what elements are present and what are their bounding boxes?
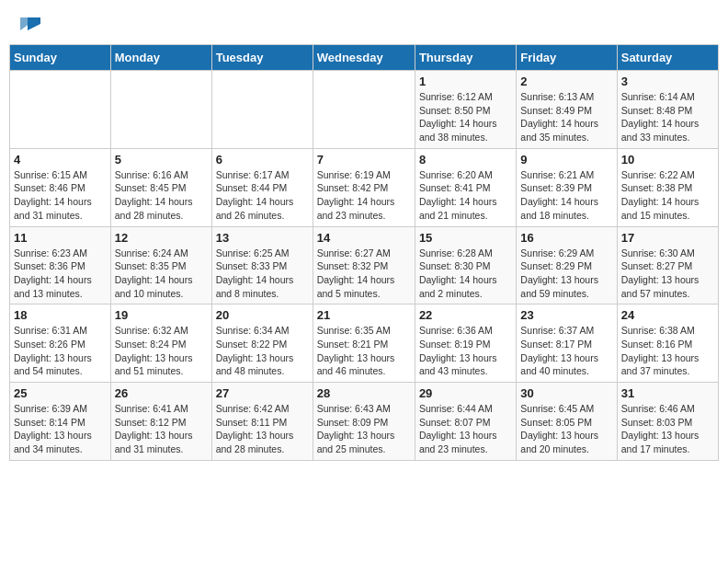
day-number: 10 <box>621 153 714 167</box>
day-number: 6 <box>216 153 309 167</box>
calendar-cell: 2Sunrise: 6:13 AM Sunset: 8:49 PM Daylig… <box>517 71 617 149</box>
day-number: 20 <box>216 308 309 322</box>
calendar-cell <box>110 71 211 149</box>
calendar-cell <box>313 71 415 149</box>
calendar-cell: 4Sunrise: 6:15 AM Sunset: 8:46 PM Daylig… <box>10 148 111 226</box>
calendar-cell: 24Sunrise: 6:38 AM Sunset: 8:16 PM Dayli… <box>617 304 718 383</box>
day-number: 14 <box>317 231 411 245</box>
day-number: 1 <box>419 75 512 88</box>
calendar-cell: 19Sunrise: 6:32 AM Sunset: 8:24 PM Dayli… <box>110 304 211 383</box>
day-info: Sunrise: 6:16 AM Sunset: 8:45 PM Dayligh… <box>115 168 208 223</box>
day-number: 13 <box>216 231 309 245</box>
calendar-week-row: 11Sunrise: 6:23 AM Sunset: 8:36 PM Dayli… <box>10 226 719 304</box>
calendar-cell: 23Sunrise: 6:37 AM Sunset: 8:17 PM Dayli… <box>517 304 617 383</box>
day-number: 12 <box>115 231 208 245</box>
calendar-cell: 14Sunrise: 6:27 AM Sunset: 8:32 PM Dayli… <box>313 226 415 304</box>
calendar-cell: 6Sunrise: 6:17 AM Sunset: 8:44 PM Daylig… <box>211 148 313 226</box>
day-info: Sunrise: 6:12 AM Sunset: 8:50 PM Dayligh… <box>419 90 512 144</box>
day-number: 31 <box>621 386 714 400</box>
day-number: 3 <box>621 75 714 88</box>
day-info: Sunrise: 6:45 AM Sunset: 8:05 PM Dayligh… <box>520 402 612 456</box>
day-number: 25 <box>14 386 107 400</box>
calendar-table: SundayMondayTuesdayWednesdayThursdayFrid… <box>9 44 719 461</box>
day-number: 11 <box>14 231 107 245</box>
calendar-cell: 29Sunrise: 6:44 AM Sunset: 8:07 PM Dayli… <box>415 383 516 461</box>
page-header <box>9 9 719 35</box>
calendar-cell: 16Sunrise: 6:29 AM Sunset: 8:29 PM Dayli… <box>517 226 617 304</box>
day-info: Sunrise: 6:27 AM Sunset: 8:32 PM Dayligh… <box>317 247 411 301</box>
day-info: Sunrise: 6:36 AM Sunset: 8:19 PM Dayligh… <box>419 324 512 378</box>
day-info: Sunrise: 6:29 AM Sunset: 8:29 PM Dayligh… <box>520 247 612 301</box>
day-number: 4 <box>14 153 107 167</box>
calendar-cell: 10Sunrise: 6:22 AM Sunset: 8:38 PM Dayli… <box>617 148 718 226</box>
day-info: Sunrise: 6:42 AM Sunset: 8:11 PM Dayligh… <box>216 402 309 456</box>
day-number: 21 <box>317 308 411 322</box>
day-info: Sunrise: 6:23 AM Sunset: 8:36 PM Dayligh… <box>14 247 107 301</box>
day-info: Sunrise: 6:41 AM Sunset: 8:12 PM Dayligh… <box>115 402 208 456</box>
day-info: Sunrise: 6:17 AM Sunset: 8:44 PM Dayligh… <box>216 168 309 223</box>
day-info: Sunrise: 6:43 AM Sunset: 8:09 PM Dayligh… <box>317 402 411 456</box>
calendar-header-row: SundayMondayTuesdayWednesdayThursdayFrid… <box>10 45 719 71</box>
calendar-cell: 13Sunrise: 6:25 AM Sunset: 8:33 PM Dayli… <box>211 226 313 304</box>
day-number: 22 <box>419 308 512 322</box>
day-info: Sunrise: 6:39 AM Sunset: 8:14 PM Dayligh… <box>14 402 107 456</box>
calendar-cell: 5Sunrise: 6:16 AM Sunset: 8:45 PM Daylig… <box>110 148 211 226</box>
calendar-week-row: 4Sunrise: 6:15 AM Sunset: 8:46 PM Daylig… <box>10 148 719 226</box>
day-number: 23 <box>520 308 612 322</box>
calendar-cell: 21Sunrise: 6:35 AM Sunset: 8:21 PM Dayli… <box>313 304 415 383</box>
calendar-cell: 8Sunrise: 6:20 AM Sunset: 8:41 PM Daylig… <box>415 148 516 226</box>
calendar-cell: 30Sunrise: 6:45 AM Sunset: 8:05 PM Dayli… <box>517 383 617 461</box>
calendar-cell: 26Sunrise: 6:41 AM Sunset: 8:12 PM Dayli… <box>110 383 211 461</box>
day-number: 7 <box>317 153 411 167</box>
calendar-cell: 27Sunrise: 6:42 AM Sunset: 8:11 PM Dayli… <box>211 383 313 461</box>
calendar-cell <box>10 71 111 149</box>
calendar-cell: 9Sunrise: 6:21 AM Sunset: 8:39 PM Daylig… <box>517 148 617 226</box>
day-number: 29 <box>419 386 512 400</box>
day-number: 26 <box>115 386 208 400</box>
day-of-week-header: Wednesday <box>313 45 415 71</box>
day-number: 8 <box>419 153 512 167</box>
day-info: Sunrise: 6:32 AM Sunset: 8:24 PM Dayligh… <box>115 324 208 378</box>
day-info: Sunrise: 6:34 AM Sunset: 8:22 PM Dayligh… <box>216 324 309 378</box>
day-of-week-header: Thursday <box>415 45 516 71</box>
day-info: Sunrise: 6:31 AM Sunset: 8:26 PM Dayligh… <box>14 324 107 378</box>
calendar-cell: 12Sunrise: 6:24 AM Sunset: 8:35 PM Dayli… <box>110 226 211 304</box>
day-of-week-header: Friday <box>517 45 617 71</box>
svg-marker-0 <box>28 17 40 30</box>
calendar-cell: 3Sunrise: 6:14 AM Sunset: 8:48 PM Daylig… <box>617 71 718 149</box>
day-number: 24 <box>621 308 714 322</box>
calendar-cell: 11Sunrise: 6:23 AM Sunset: 8:36 PM Dayli… <box>10 226 111 304</box>
day-of-week-header: Sunday <box>10 45 111 71</box>
day-info: Sunrise: 6:37 AM Sunset: 8:17 PM Dayligh… <box>520 324 612 378</box>
day-info: Sunrise: 6:14 AM Sunset: 8:48 PM Dayligh… <box>621 90 714 144</box>
day-of-week-header: Tuesday <box>211 45 313 71</box>
calendar-week-row: 18Sunrise: 6:31 AM Sunset: 8:26 PM Dayli… <box>10 304 719 383</box>
day-info: Sunrise: 6:19 AM Sunset: 8:42 PM Dayligh… <box>317 168 411 223</box>
day-info: Sunrise: 6:21 AM Sunset: 8:39 PM Dayligh… <box>520 168 612 223</box>
day-number: 30 <box>520 386 612 400</box>
calendar-cell: 1Sunrise: 6:12 AM Sunset: 8:50 PM Daylig… <box>415 71 516 149</box>
calendar-cell: 17Sunrise: 6:30 AM Sunset: 8:27 PM Dayli… <box>617 226 718 304</box>
day-number: 2 <box>520 75 612 88</box>
day-info: Sunrise: 6:28 AM Sunset: 8:30 PM Dayligh… <box>419 247 512 301</box>
day-info: Sunrise: 6:35 AM Sunset: 8:21 PM Dayligh… <box>317 324 411 378</box>
day-number: 19 <box>115 308 208 322</box>
logo <box>18 14 40 30</box>
calendar-cell: 22Sunrise: 6:36 AM Sunset: 8:19 PM Dayli… <box>415 304 516 383</box>
calendar-cell: 15Sunrise: 6:28 AM Sunset: 8:30 PM Dayli… <box>415 226 516 304</box>
calendar-week-row: 25Sunrise: 6:39 AM Sunset: 8:14 PM Dayli… <box>10 383 719 461</box>
day-number: 5 <box>115 153 208 167</box>
day-number: 28 <box>317 386 411 400</box>
calendar-cell: 31Sunrise: 6:46 AM Sunset: 8:03 PM Dayli… <box>617 383 718 461</box>
day-number: 17 <box>621 231 714 245</box>
calendar-cell: 20Sunrise: 6:34 AM Sunset: 8:22 PM Dayli… <box>211 304 313 383</box>
calendar-cell: 25Sunrise: 6:39 AM Sunset: 8:14 PM Dayli… <box>10 383 111 461</box>
day-info: Sunrise: 6:44 AM Sunset: 8:07 PM Dayligh… <box>419 402 512 456</box>
day-of-week-header: Saturday <box>617 45 718 71</box>
day-info: Sunrise: 6:25 AM Sunset: 8:33 PM Dayligh… <box>216 247 309 301</box>
day-info: Sunrise: 6:20 AM Sunset: 8:41 PM Dayligh… <box>419 168 512 223</box>
day-number: 15 <box>419 231 512 245</box>
calendar-cell <box>211 71 313 149</box>
day-number: 9 <box>520 153 612 167</box>
day-info: Sunrise: 6:38 AM Sunset: 8:16 PM Dayligh… <box>621 324 714 378</box>
